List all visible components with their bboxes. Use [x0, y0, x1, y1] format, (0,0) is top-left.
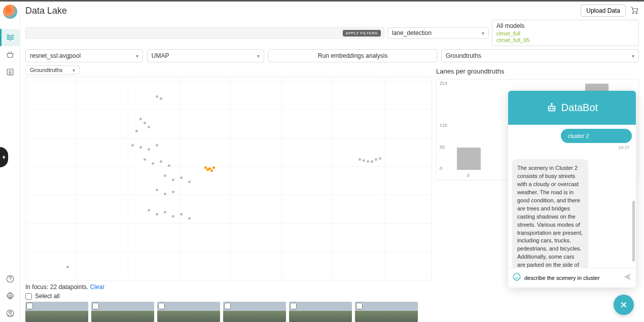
scatter-color-value: Groundtruths	[30, 67, 62, 73]
thumbnail-item[interactable]	[223, 302, 286, 322]
user-timestamp: 04:37	[512, 144, 632, 151]
chatbot-panel: DataBot cluster 2 04:37 The scenery in C…	[508, 91, 636, 288]
select-all-label: Select all	[35, 293, 60, 300]
run-embeddings-button[interactable]: Run embeddings analysis	[268, 49, 437, 62]
model-item-0[interactable]: clrnet_full	[496, 30, 634, 37]
apply-filters-badge[interactable]: APPLY FILTERS	[343, 30, 381, 37]
nav-help[interactable]	[0, 270, 20, 288]
thumb-image	[91, 302, 154, 322]
chart-title: Lanes per groundtruths	[436, 65, 639, 79]
task-select[interactable]: lane_detection ▾	[387, 27, 489, 39]
ytick: 214	[440, 81, 447, 86]
thumb-image	[25, 302, 88, 322]
send-icon	[623, 272, 632, 281]
chevron-down-icon: ▾	[73, 67, 75, 73]
gear-icon	[6, 292, 15, 301]
thumb-image	[157, 302, 220, 322]
nav-list[interactable]	[0, 63, 20, 81]
chat-close-fab[interactable]	[614, 295, 634, 315]
thumb-checkbox[interactable]	[356, 303, 363, 309]
chevron-down-icon: ▾	[257, 53, 260, 59]
ytick: 55	[440, 145, 445, 150]
projection-select-value: UMAP	[152, 52, 169, 59]
ytick: 110	[440, 123, 447, 128]
select-all-row: Select all	[25, 293, 432, 302]
svg-point-7	[9, 311, 11, 314]
projection-select[interactable]: UMAP ▾	[147, 49, 265, 62]
chat-input-row	[508, 268, 636, 288]
svg-point-15	[513, 273, 520, 280]
list-icon	[6, 67, 15, 77]
focus-suffix: datapoints.	[57, 283, 90, 291]
task-select-value: lane_detection	[392, 29, 432, 37]
thumb-checkbox[interactable]	[290, 303, 297, 309]
thumb-checkbox[interactable]	[26, 303, 33, 309]
svg-point-5	[9, 295, 11, 298]
user-icon	[6, 309, 15, 318]
send-button[interactable]	[623, 272, 632, 283]
thumb-image	[355, 302, 418, 322]
chevron-down-icon: ▾	[482, 30, 484, 36]
chat-body[interactable]: cluster 2 04:37 The scenery in Cluster 2…	[508, 125, 636, 268]
thumb-checkbox[interactable]	[158, 303, 165, 309]
user-message: cluster 2	[561, 129, 632, 143]
thumb-image	[289, 302, 352, 322]
header: Data Lake Upload Data	[20, 2, 644, 20]
chat-input[interactable]	[524, 275, 620, 281]
bolt-icon	[2, 154, 7, 161]
help-icon	[6, 274, 15, 283]
thumbnail-item[interactable]	[157, 302, 220, 322]
bot-message: The scenery in Cluster 2 consists of bus…	[512, 159, 588, 268]
page-title: Data Lake	[25, 6, 581, 16]
ytick: 0	[440, 166, 442, 171]
smile-icon	[512, 272, 521, 281]
bar	[457, 148, 481, 170]
svg-point-14	[551, 103, 552, 104]
cart-button[interactable]	[630, 6, 639, 16]
thumbnail-strip	[25, 302, 432, 322]
right-metric-select[interactable]: Groundtruths ▾	[441, 49, 639, 62]
controls-row: resnet_ssl:avgpool ▾ UMAP ▾ Run embeddin…	[20, 49, 644, 62]
basket-icon	[6, 50, 15, 59]
filter-input[interactable]: APPLY FILTERS	[25, 27, 384, 39]
focus-summary: In focus: 22 datapoints. Clear	[25, 280, 432, 293]
right-metric-value: Groundtruths	[446, 52, 481, 59]
thumb-checkbox[interactable]	[224, 303, 231, 309]
svg-point-12	[553, 108, 554, 109]
embedding-select-value: resnet_ssl:avgpool	[30, 52, 81, 59]
emoji-button[interactable]	[512, 272, 521, 283]
upload-data-button[interactable]: Upload Data	[581, 5, 626, 17]
thumbnail-item[interactable]	[91, 302, 154, 322]
select-all-checkbox[interactable]	[25, 293, 32, 300]
thumbnail-item[interactable]	[289, 302, 352, 322]
clear-link[interactable]: Clear	[90, 283, 104, 291]
nav-settings[interactable]	[0, 288, 20, 305]
nav-shopping[interactable]	[0, 46, 20, 63]
chat-scrollbar[interactable]	[632, 201, 635, 262]
robot-icon	[546, 102, 557, 114]
close-icon	[619, 300, 628, 309]
chat-header: DataBot	[508, 91, 636, 125]
models-panel[interactable]: All models clrnet_full clrnet_full_05	[492, 20, 639, 46]
nav-data-lake[interactable]	[0, 29, 20, 46]
nav-account[interactable]	[0, 305, 20, 322]
scatter-color-select[interactable]: Groundtruths ▾	[25, 65, 80, 75]
focus-count: 22	[50, 283, 57, 291]
svg-point-9	[636, 12, 637, 13]
left-panel: Groundtruths ▾ In focus: 22 datapoints. …	[25, 65, 432, 322]
embedding-select[interactable]: resnet_ssl:avgpool ▾	[25, 49, 143, 62]
waves-icon	[6, 33, 15, 42]
thumb-checkbox[interactable]	[92, 303, 99, 309]
scatter-plot[interactable]	[25, 77, 432, 280]
thumb-image	[223, 302, 286, 322]
svg-point-11	[550, 108, 551, 109]
chevron-down-icon: ▾	[632, 53, 634, 59]
thumbnail-item[interactable]	[25, 302, 88, 322]
cart-icon	[630, 6, 639, 15]
app-logo[interactable]	[3, 5, 17, 19]
thumbnail-item[interactable]	[355, 302, 418, 322]
filters-row: APPLY FILTERS lane_detection ▾ All model…	[20, 20, 644, 49]
svg-point-8	[633, 12, 634, 13]
model-item-1[interactable]: clrnet_full_05	[496, 37, 634, 44]
chevron-down-icon: ▾	[136, 53, 138, 59]
